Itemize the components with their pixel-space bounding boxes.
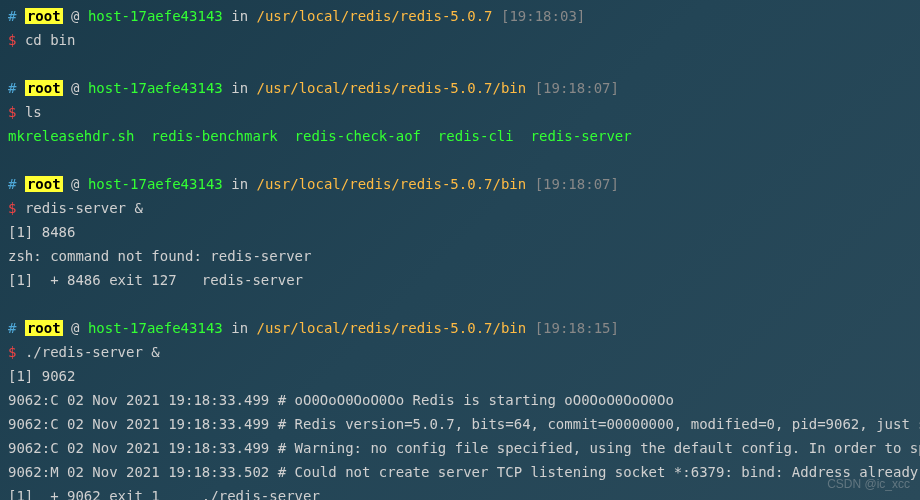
output-line: 9062:C 02 Nov 2021 19:18:33.499 # oO0OoO…: [8, 388, 912, 412]
prompt-line: # root @ host-17aefe43143 in /usr/local/…: [8, 172, 912, 196]
at-symbol: @: [71, 80, 79, 96]
prompt-line: # root @ host-17aefe43143 in /usr/local/…: [8, 4, 912, 28]
command-text: redis-server &: [25, 200, 143, 216]
timestamp: [19:18:15]: [535, 320, 619, 336]
output-line: 9062:M 02 Nov 2021 19:18:33.502 # Could …: [8, 460, 912, 484]
hash-symbol: #: [8, 320, 16, 336]
hostname: host-17aefe43143: [88, 8, 223, 24]
ls-output-text: mkreleasehdr.sh redis-benchmark redis-ch…: [8, 128, 632, 144]
in-word: in: [231, 176, 248, 192]
output-line: 9062:C 02 Nov 2021 19:18:33.499 # Warnin…: [8, 436, 912, 460]
output-line: [1] + 8486 exit 127 redis-server: [8, 268, 912, 292]
in-word: in: [231, 8, 248, 24]
output-line: [1] 8486: [8, 220, 912, 244]
command-line: $ ls: [8, 100, 912, 124]
prompt-symbol: $: [8, 32, 16, 48]
in-word: in: [231, 320, 248, 336]
command-text: ./redis-server &: [25, 344, 160, 360]
prompt-symbol: $: [8, 344, 16, 360]
prompt-symbol: $: [8, 104, 16, 120]
prompt-line: # root @ host-17aefe43143 in /usr/local/…: [8, 76, 912, 100]
hostname: host-17aefe43143: [88, 176, 223, 192]
user: root: [25, 8, 63, 24]
terminal[interactable]: # root @ host-17aefe43143 in /usr/local/…: [8, 4, 912, 500]
cwd: /usr/local/redis/redis-5.0.7/bin: [257, 176, 527, 192]
blank-line: [8, 148, 912, 172]
command-text: cd bin: [25, 32, 76, 48]
blank-line: [8, 52, 912, 76]
cwd: /usr/local/redis/redis-5.0.7/bin: [257, 80, 527, 96]
hostname: host-17aefe43143: [88, 80, 223, 96]
command-line: $ redis-server &: [8, 196, 912, 220]
prompt-line: # root @ host-17aefe43143 in /usr/local/…: [8, 316, 912, 340]
output-line: zsh: command not found: redis-server: [8, 244, 912, 268]
at-symbol: @: [71, 320, 79, 336]
command-text: ls: [25, 104, 42, 120]
cwd: /usr/local/redis/redis-5.0.7/bin: [257, 320, 527, 336]
timestamp: [19:18:07]: [535, 80, 619, 96]
user: root: [25, 80, 63, 96]
user: root: [25, 320, 63, 336]
prompt-symbol: $: [8, 200, 16, 216]
ls-output: mkreleasehdr.sh redis-benchmark redis-ch…: [8, 124, 912, 148]
command-line: $ cd bin: [8, 28, 912, 52]
cwd: /usr/local/redis/redis-5.0.7: [257, 8, 493, 24]
output-line: 9062:C 02 Nov 2021 19:18:33.499 # Redis …: [8, 412, 912, 436]
hash-symbol: #: [8, 176, 16, 192]
at-symbol: @: [71, 176, 79, 192]
in-word: in: [231, 80, 248, 96]
timestamp: [19:18:03]: [501, 8, 585, 24]
user: root: [25, 176, 63, 192]
output-line: [1] 9062: [8, 364, 912, 388]
output-line: [1] + 9062 exit 1 ./redis-server: [8, 484, 912, 500]
timestamp: [19:18:07]: [535, 176, 619, 192]
hash-symbol: #: [8, 80, 16, 96]
blank-line: [8, 292, 912, 316]
watermark: CSDN @ic_xcc: [827, 472, 910, 496]
hash-symbol: #: [8, 8, 16, 24]
command-line: $ ./redis-server &: [8, 340, 912, 364]
at-symbol: @: [71, 8, 79, 24]
hostname: host-17aefe43143: [88, 320, 223, 336]
